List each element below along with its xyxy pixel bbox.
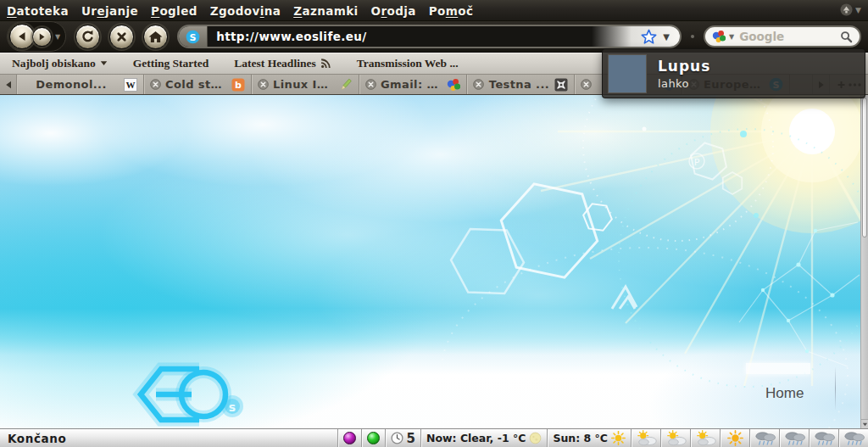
nav-highlight — [746, 363, 810, 374]
bookmark-item[interactable]: Latest Headlines — [234, 57, 331, 70]
notification-popup[interactable]: Lupus lahko — [602, 48, 865, 98]
rain-icon — [782, 430, 807, 446]
close-tab-icon[interactable] — [473, 79, 484, 90]
menu-urejanje[interactable]: Urejanje — [81, 4, 138, 18]
moon-icon — [529, 432, 542, 444]
logo-s-text: s — [229, 400, 236, 414]
svg-text:P: P — [694, 157, 700, 168]
stop-button[interactable] — [109, 25, 134, 49]
menu-pomoč[interactable]: Pomoč — [429, 4, 474, 18]
menu-pogled[interactable]: Pogled — [151, 4, 198, 18]
scrollbar-down-arrow[interactable] — [861, 419, 868, 428]
forecast-cell[interactable] — [809, 429, 838, 447]
bookmark-star-icon[interactable] — [641, 29, 657, 45]
purple-orb-icon — [343, 432, 356, 444]
search-engine-icon[interactable] — [712, 30, 726, 43]
rain-icon — [753, 430, 777, 446]
close-tab-icon[interactable] — [258, 79, 269, 90]
search-icon[interactable] — [840, 31, 853, 43]
toolbar-splitter-dot[interactable] — [691, 35, 694, 38]
history-dropdown-icon[interactable]: ▼ — [55, 33, 60, 41]
forecast-cell[interactable] — [779, 429, 809, 447]
home-button[interactable] — [143, 25, 168, 49]
menubar: DatotekaUrejanjePogledZgodovinaZaznamkiO… — [0, 0, 868, 21]
tab-scroll-left-button[interactable] — [0, 75, 17, 94]
popup-message: lahko — [658, 77, 710, 90]
svg-text:W: W — [126, 80, 136, 90]
forecast-cell[interactable] — [749, 429, 779, 447]
menu-zaznamki[interactable]: Zaznamki — [293, 4, 358, 18]
extension-orb-purple[interactable] — [337, 429, 361, 447]
forecast-cell[interactable] — [720, 429, 749, 447]
search-input[interactable] — [737, 29, 837, 44]
url-bar-right: ▼ — [592, 26, 680, 47]
site-favicon[interactable]: S — [179, 26, 208, 47]
bookmark-item[interactable]: Transmission Web ... — [357, 57, 459, 70]
back-forward-group: ▼ — [7, 21, 66, 52]
weather-sunday[interactable]: Sun: 8 °C — [547, 429, 631, 447]
forward-button[interactable] — [32, 27, 52, 47]
back-arrow-icon — [16, 31, 28, 42]
url-dropdown-icon[interactable]: ▼ — [663, 32, 670, 42]
sunny-icon — [727, 430, 743, 446]
search-bar[interactable]: ▼ — [704, 25, 861, 47]
tab-testna[interactable]: Testna ... — [467, 75, 575, 94]
forward-arrow-icon — [37, 32, 47, 42]
tab-title: Gmail: E-... — [381, 78, 442, 91]
rain-icon — [842, 430, 866, 446]
tab-cold-ste[interactable]: Cold ste...b — [144, 75, 252, 94]
popup-title: Lupus — [658, 58, 710, 75]
tab-title: Demonol... — [23, 78, 120, 91]
bookmark-item[interactable]: Najbolj obiskano — [12, 57, 108, 70]
bookmarks-items: Najbolj obiskanoGetting StartedLatest He… — [12, 57, 484, 70]
menu-orodja[interactable]: Orodja — [371, 4, 416, 18]
notification-tray[interactable]: ▼ — [840, 3, 861, 16]
back-button[interactable] — [9, 24, 35, 49]
menu-zgodovina[interactable]: Zgodovina — [210, 4, 281, 18]
menu-datoteka[interactable]: Datoteka — [7, 4, 69, 18]
tab-gmail-e[interactable]: Gmail: E-... — [359, 75, 467, 94]
tab-linux-i3[interactable]: Linux I3... — [252, 75, 359, 94]
close-tab-icon[interactable] — [365, 79, 376, 90]
partly-sunny-icon — [664, 430, 688, 446]
close-tab-icon[interactable] — [150, 79, 161, 90]
tab-demonol[interactable]: Demonol...W — [17, 75, 144, 94]
avatar — [608, 54, 647, 93]
url-bar[interactable]: S ▼ — [177, 25, 682, 48]
rss-icon — [320, 58, 331, 69]
bookmark-item[interactable]: Getting Started — [133, 57, 209, 70]
browser-window: DatotekaUrejanjePogledZgodovinaZaznamkiO… — [0, 0, 868, 447]
clock-widget[interactable]: 5 — [385, 429, 420, 447]
partly-sunny-icon — [693, 430, 718, 446]
close-tab-icon[interactable] — [581, 79, 592, 90]
reload-icon — [81, 30, 95, 44]
status-text: Končano — [0, 429, 337, 447]
dropdown-arrow-icon — [100, 60, 108, 66]
reload-button[interactable] — [75, 25, 100, 49]
forecast-cell[interactable] — [631, 429, 660, 447]
tray-arrow-icon — [840, 3, 853, 16]
stop-icon — [116, 31, 127, 42]
extension-orb-green[interactable] — [361, 429, 385, 447]
forecast-cell[interactable] — [838, 429, 868, 447]
joomla-icon — [554, 78, 568, 92]
wikipedia-icon: W — [124, 78, 137, 92]
weather-sunday-text: Sun: 8 °C — [553, 432, 608, 444]
tray-caret-icon: ▼ — [855, 6, 861, 14]
blogger-icon: b — [231, 78, 245, 92]
forecast-cell[interactable] — [660, 429, 690, 447]
google-icon — [447, 78, 460, 92]
forecast-cell[interactable] — [690, 429, 720, 447]
eos-logo[interactable]: s — [117, 352, 253, 428]
page-scrollbar[interactable] — [860, 95, 868, 428]
status-bar: Končano 5 Now: Clear, -1 °C Sun: 8 °C — [0, 428, 868, 447]
nav-separator — [835, 367, 836, 410]
partly-sunny-icon — [634, 430, 659, 446]
search-engine-dropdown-icon[interactable]: ▼ — [729, 33, 734, 41]
left-arrow-icon — [5, 81, 12, 89]
weather-now[interactable]: Now: Clear, -1 °C — [420, 429, 547, 447]
site-favicon-icon: S — [186, 30, 200, 44]
nav-home-link[interactable]: Home — [765, 385, 804, 402]
green-orb-icon — [367, 432, 380, 444]
scrollbar-thumb[interactable] — [862, 98, 867, 237]
